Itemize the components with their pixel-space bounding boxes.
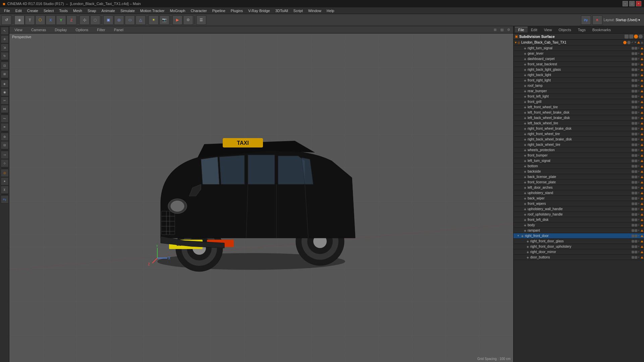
obj-row[interactable]: ◈left_back_wheel_brake_disk✕	[514, 115, 644, 121]
object-mode-button[interactable]: ⬡	[35, 15, 45, 25]
vp-tab-view[interactable]: View	[11, 27, 25, 33]
obj-row[interactable]: ◈right_turn_signal✕	[514, 46, 644, 51]
obj-tab-file[interactable]: File	[515, 27, 528, 33]
obj-row[interactable]: ◈right_back_light_glass✕	[514, 67, 644, 72]
obj-dot-gray[interactable]	[639, 35, 643, 39]
cube-button[interactable]: ▣	[103, 15, 113, 25]
menu-item-character[interactable]: Character	[188, 8, 209, 13]
menu-item-create[interactable]: Create	[24, 8, 41, 13]
obj-dot-orange[interactable]	[634, 35, 638, 39]
vp-tab-filter[interactable]: Filter	[94, 27, 108, 33]
lt-select[interactable]: ↖	[1, 27, 9, 35]
vp-settings-icon[interactable]: ⚙	[506, 27, 511, 33]
vp-tab-options[interactable]: Options	[72, 27, 91, 33]
obj-row[interactable]: ◈roof_upholstery_handle✕	[514, 212, 644, 217]
menu-item-animate[interactable]: Animate	[99, 8, 118, 13]
obj-row[interactable]: ◈left_door_arches✕	[514, 185, 644, 190]
lt-scale[interactable]: ⇲	[1, 44, 9, 52]
camera-button[interactable]: 📷	[159, 15, 169, 25]
light-button[interactable]: ☀	[149, 15, 159, 25]
render-button[interactable]: ▶	[172, 15, 182, 25]
point-mode-button[interactable]: X	[46, 15, 56, 25]
r-button[interactable]: R	[592, 15, 602, 25]
lt-sculpt[interactable]: ◉	[1, 88, 9, 96]
obj-row[interactable]: ◈wheels_protection✕	[514, 147, 644, 153]
obj-tab-bookmarks[interactable]: Bookmarks	[589, 27, 614, 33]
obj-row[interactable]: ◈dashboard_carpet✕	[514, 56, 644, 62]
obj-tab-tags[interactable]: Tags	[575, 27, 589, 33]
model-mode-button[interactable]: ◈	[14, 15, 24, 25]
vp-tab-panel[interactable]: Panel	[111, 27, 126, 33]
vp-layout-icon[interactable]: ▤	[499, 27, 504, 33]
lt-snap[interactable]: ⊡	[1, 62, 9, 70]
obj-row[interactable]: ◈left_back_wheel_tire✕	[514, 121, 644, 126]
menu-item-simulate[interactable]: Simulate	[118, 8, 138, 13]
obj-row[interactable]: ▼◈right_front_door✕	[514, 233, 644, 239]
sphere-button[interactable]: ◎	[114, 15, 124, 25]
obj-row[interactable]: ◈right_front_door_upholstery✕	[514, 244, 644, 249]
obj-row[interactable]: ◈front_grill✕	[514, 99, 644, 105]
polygon-mode-button[interactable]: Z	[66, 15, 76, 25]
obj-tab-edit[interactable]: Edit	[528, 27, 541, 33]
obj-tab-view[interactable]: View	[541, 27, 555, 33]
obj-row[interactable]: ◈right_back_wheel_tire✕	[514, 142, 644, 147]
obj-row[interactable]: ◈bottom✕	[514, 164, 644, 169]
menu-item-plugins[interactable]: Plugins	[228, 8, 246, 13]
lt-python[interactable]: Py	[1, 195, 9, 203]
obj-row[interactable]: ◈door_buttons✕	[514, 255, 644, 260]
menu-item-motiontracker[interactable]: Motion Tracker	[138, 8, 167, 13]
menu-item-pipeline[interactable]: Pipeline	[210, 8, 228, 13]
obj-row[interactable]: ◈right_front_door_glass✕	[514, 239, 644, 244]
menu-item-mograph[interactable]: MoGraph	[167, 8, 188, 13]
layout-button[interactable]: ☰	[196, 15, 206, 25]
obj-row[interactable]: ◈back_wiper✕	[514, 196, 644, 201]
viewport[interactable]: TAXI	[9, 34, 513, 362]
obj-row[interactable]: ◈front_left_disk✕	[514, 217, 644, 223]
lt-bridge[interactable]: ⋈	[1, 105, 9, 113]
obj-row[interactable]: ◈right_back_wheel_brake_disk✕	[514, 137, 644, 142]
select-tool-button[interactable]: ⊹	[79, 15, 90, 25]
obj-row[interactable]: ◈front_right_light✕	[514, 78, 644, 83]
obj-row[interactable]: ◈gear_lever✕	[514, 51, 644, 56]
obj-row[interactable]: ◈front_license_plate✕	[514, 180, 644, 185]
lt-magnet[interactable]: ⊜	[1, 133, 9, 141]
obj-ctrl-2[interactable]	[629, 35, 633, 39]
render-settings-button[interactable]: ⚙	[183, 15, 193, 25]
obj-row[interactable]: ◈left_turn_signal✕	[514, 158, 644, 164]
cylinder-button[interactable]: ⬭	[125, 15, 135, 25]
obj-top-item[interactable]: ▼ ◎ London_Black_Cab_Taxi_TX1 ✓ ✕	[514, 40, 644, 46]
lt-material-paint[interactable]: ◎	[1, 169, 9, 177]
obj-row[interactable]: ◈rear_bumper✕	[514, 88, 644, 94]
obj-tab-objects[interactable]: Objects	[555, 27, 574, 33]
vp-tab-display[interactable]: Display	[52, 27, 70, 33]
cone-button[interactable]: △	[136, 15, 146, 25]
obj-row[interactable]: ◈roof_lamp✕	[514, 83, 644, 88]
menu-item-file[interactable]: File	[1, 8, 13, 13]
lt-ik[interactable]: ⊻	[1, 186, 9, 194]
menu-item-v-raybridge[interactable]: V-Ray Bridge	[246, 8, 273, 13]
lt-knife[interactable]: ✂	[1, 97, 9, 105]
maximize-button[interactable]: □	[629, 1, 635, 6]
obj-row[interactable]: ◈rampant✕	[514, 228, 644, 233]
obj-row[interactable]: ◈front_left_light✕	[514, 94, 644, 99]
menu-item-window[interactable]: Window	[306, 8, 324, 13]
lt-measure[interactable]: ⊸	[1, 151, 9, 159]
lt-move[interactable]: ✛	[1, 35, 9, 43]
menu-item-script[interactable]: Script	[291, 8, 306, 13]
vp-tab-cameras[interactable]: Cameras	[28, 27, 49, 33]
menu-item-select[interactable]: Select	[41, 8, 57, 13]
obj-row[interactable]: ◈backside✕	[514, 169, 644, 174]
lt-mirror[interactable]: ⊟	[1, 141, 9, 149]
menu-item-mesh[interactable]: Mesh	[70, 8, 85, 13]
obj-ctrl-1[interactable]	[625, 35, 629, 39]
lt-workplane[interactable]: ⊞	[1, 70, 9, 78]
obj-row[interactable]: ◈right_front_wheel_brake_disk✕	[514, 126, 644, 131]
lasso-tool-button[interactable]: ◌	[90, 15, 100, 25]
obj-row[interactable]: ◈upholstery_stand✕	[514, 190, 644, 196]
menu-item-tools[interactable]: Tools	[56, 8, 70, 13]
texture-mode-button[interactable]: T	[25, 15, 35, 25]
minimize-button[interactable]: –	[623, 1, 628, 6]
edge-mode-button[interactable]: Y	[56, 15, 66, 25]
lt-spline[interactable]: 〜	[1, 115, 9, 123]
close-button[interactable]: ✕	[636, 1, 641, 6]
